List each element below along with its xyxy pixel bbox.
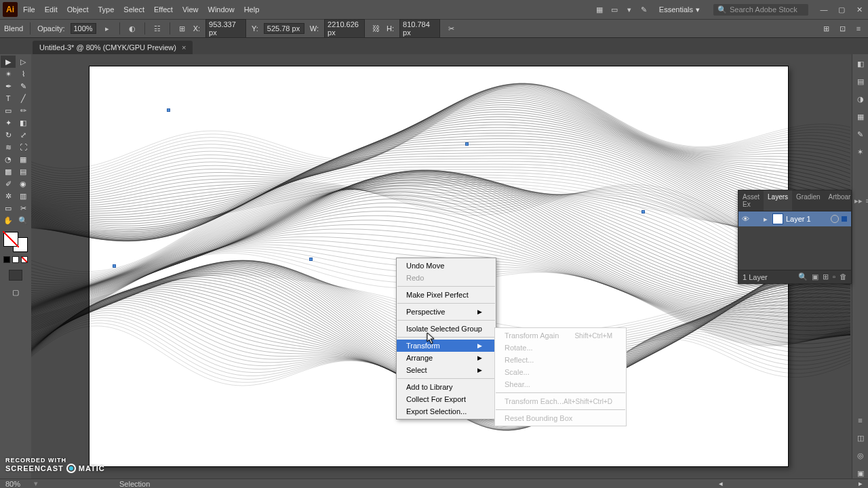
menu-help[interactable]: Help (244, 5, 260, 14)
x-input[interactable]: 953.337 px (205, 19, 246, 38)
y-input[interactable]: 525.78 px (264, 23, 304, 34)
mesh-tool[interactable]: ▩ (1, 165, 16, 178)
perspective-tool[interactable]: ▦ (16, 153, 31, 165)
menu-view[interactable]: View (182, 5, 199, 14)
width-tool[interactable]: ≋ (1, 141, 16, 153)
shaper-tool[interactable]: ✦ (1, 117, 16, 129)
ctx-add-library[interactable]: Add to Library (397, 381, 496, 393)
color-panel-icon[interactable]: ◑ (855, 94, 866, 104)
menu-effect[interactable]: Effect (154, 5, 173, 14)
sub-transform-again[interactable]: Transform AgainShift+Ctrl+M (495, 329, 626, 342)
scroll-right-icon[interactable]: ▸ (859, 479, 863, 488)
scale-tool[interactable]: ⤢ (16, 129, 31, 141)
selection-tool[interactable]: ▶ (1, 56, 16, 68)
symbol-sprayer-tool[interactable]: ✲ (1, 190, 16, 202)
line-tool[interactable]: ╱ (16, 92, 31, 104)
minimize-button[interactable]: — (818, 3, 830, 16)
locate-object-icon[interactable]: 🔍 (798, 272, 808, 281)
libraries-panel-icon[interactable]: ▤ (855, 76, 866, 87)
new-layer-icon[interactable]: ▫ (833, 272, 835, 281)
anchor-point[interactable] (642, 210, 645, 214)
panel-menu-icon[interactable]: ≡ (865, 197, 868, 205)
lasso-tool[interactable]: ⌇ (16, 68, 31, 80)
ctx-export-selection[interactable]: Export Selection... (397, 405, 496, 418)
none-mode-icon[interactable] (21, 256, 28, 263)
layer-row[interactable]: 👁 ▸ Layer 1 (738, 211, 851, 226)
anchor-point[interactable] (167, 108, 170, 112)
ctx-transform[interactable]: Transform▶ (397, 340, 496, 352)
type-tool[interactable]: T (1, 92, 16, 104)
color-mode-icon[interactable] (3, 256, 10, 263)
ctx-pixel-perfect[interactable]: Make Pixel Perfect (397, 289, 496, 301)
tab-asset-export[interactable]: Asset Ex (738, 190, 764, 211)
gradient-tool[interactable]: ▤ (16, 165, 31, 178)
graphic-styles-panel-icon[interactable]: ▣ (855, 468, 866, 479)
anchor-point[interactable] (113, 264, 116, 268)
opacity-input[interactable]: 100% (71, 23, 96, 34)
menu-edit[interactable]: Edit (45, 5, 58, 14)
blend-tool[interactable]: ◉ (16, 178, 31, 190)
slice-tool[interactable]: ✂ (16, 202, 31, 214)
canvas[interactable]: Undo Move Redo Make Pixel Perfect Perspe… (31, 54, 852, 479)
h-input[interactable]: 810.784 px (399, 19, 440, 38)
screen-mode-button[interactable]: ▢ (8, 286, 23, 298)
shape-mode-icon[interactable]: ✂ (446, 23, 456, 34)
arrange-docs-icon[interactable]: ▦ (594, 4, 605, 15)
isolate-icon[interactable]: ⊡ (837, 23, 848, 34)
align-icon[interactable]: ☷ (152, 23, 163, 34)
ctx-isolate[interactable]: Isolate Selected Group (397, 323, 496, 335)
rectangle-tool[interactable]: ▭ (1, 104, 16, 117)
target-icon[interactable] (831, 215, 839, 223)
reference-point-icon[interactable]: ⊞ (177, 23, 188, 34)
ctx-undo[interactable]: Undo Move (397, 260, 496, 272)
recolor-icon[interactable]: ◐ (127, 23, 138, 34)
draw-mode-button[interactable] (9, 270, 22, 281)
symbols-panel-icon[interactable]: ✶ (855, 146, 866, 157)
tab-layers[interactable]: Layers (764, 190, 792, 211)
layer-name[interactable]: Layer 1 (786, 215, 831, 223)
sub-rotate[interactable]: Rotate... (495, 342, 626, 354)
gradient-mode-icon[interactable] (12, 256, 19, 263)
menu-select[interactable]: Select (123, 5, 144, 14)
eraser-tool[interactable]: ◧ (16, 117, 31, 129)
artboard-tool[interactable]: ▭ (1, 202, 16, 214)
tab-artboards[interactable]: Artboar (825, 190, 855, 211)
w-input[interactable]: 2210.626 px (324, 19, 365, 38)
maximize-button[interactable]: ▢ (835, 3, 848, 16)
opacity-dropdown-icon[interactable]: ▸ (102, 23, 113, 34)
workspace-switcher[interactable]: Essentials ▾ (659, 5, 700, 14)
sub-reflect[interactable]: Reflect... (495, 354, 626, 366)
brushes-panel-icon[interactable]: ✎ (855, 129, 866, 140)
link-wh-icon[interactable]: ⛓ (370, 23, 381, 34)
stroke-panel-icon[interactable]: ≡ (855, 415, 866, 426)
zoom-tool[interactable]: 🔍 (16, 214, 31, 226)
expand-layer-icon[interactable]: ▸ (762, 215, 770, 224)
ctx-arrange[interactable]: Arrange▶ (397, 352, 496, 364)
close-tab-icon[interactable]: × (182, 43, 186, 52)
ctx-perspective[interactable]: Perspective▶ (397, 306, 496, 318)
menu-object[interactable]: Object (67, 5, 89, 14)
fill-stroke-swatch[interactable] (2, 230, 29, 253)
search-stock[interactable]: 🔍 Search Adobe Stock (713, 4, 808, 16)
sub-scale[interactable]: Scale... (495, 366, 626, 378)
visibility-toggle-icon[interactable]: 👁 (738, 215, 752, 223)
shape-builder-tool[interactable]: ◔ (1, 153, 16, 165)
menu-window[interactable]: Window (208, 5, 235, 14)
sub-shear[interactable]: Shear... (495, 378, 626, 390)
free-transform-tool[interactable]: ⛶ (16, 141, 31, 153)
transparency-panel-icon[interactable]: ◫ (855, 432, 866, 443)
scroll-left-icon[interactable]: ◂ (719, 479, 723, 488)
sub-transform-each[interactable]: Transform Each...Alt+Shift+Ctrl+D (495, 395, 626, 407)
direct-selection-tool[interactable]: ▷ (16, 56, 31, 68)
panel-menu-icon[interactable]: ≡ (853, 23, 864, 34)
layers-panel[interactable]: Asset Ex Layers Gradien Artboar ▸▸≡ 👁 ▸ … (738, 190, 852, 284)
properties-panel-icon[interactable]: ◧ (855, 58, 866, 69)
tab-gradient[interactable]: Gradien (792, 190, 825, 211)
menu-file[interactable]: File (23, 5, 35, 14)
swatches-panel-icon[interactable]: ▦ (855, 111, 866, 122)
curvature-tool[interactable]: ✎ (16, 80, 31, 92)
anchor-point[interactable] (309, 258, 313, 261)
new-sublayer-icon[interactable]: ⊞ (823, 272, 829, 281)
ctx-collect-export[interactable]: Collect For Export (397, 393, 496, 405)
make-clipping-mask-icon[interactable]: ▣ (812, 272, 818, 281)
